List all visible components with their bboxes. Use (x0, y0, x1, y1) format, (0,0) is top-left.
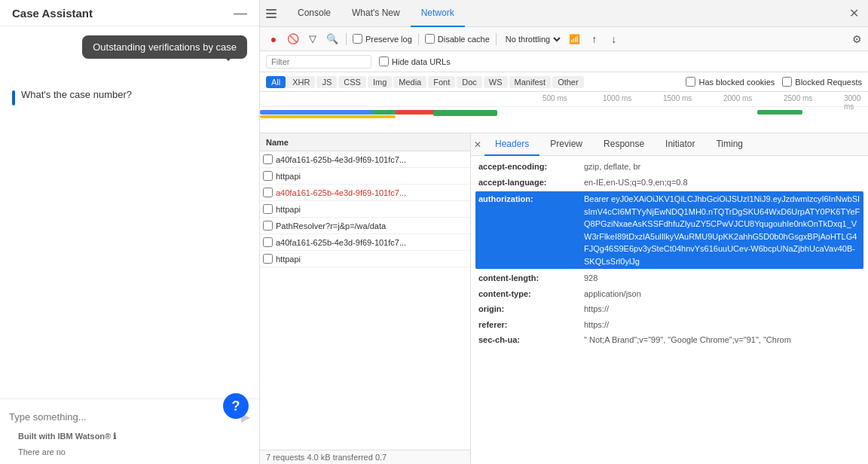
request-checkbox[interactable] (263, 154, 273, 164)
network-toolbar: ● 🚫 ▽ 🔍 Preserve log Disable cache No th… (260, 27, 868, 51)
ibm-footer: Built with IBM Watson® ℹ (9, 429, 250, 446)
tab-network[interactable]: Network (411, 0, 465, 27)
request-checkbox[interactable] (263, 254, 273, 264)
header-val: " Not;A Brand";v="99", "Google Chrome";v… (584, 334, 791, 346)
type-btn-font[interactable]: Font (428, 76, 455, 88)
header-row-referer: referer: https:// (478, 319, 860, 331)
ruler-mark-500: 500 ms (542, 94, 567, 102)
request-name: httpapi (276, 255, 467, 264)
disable-cache-checkbox[interactable] (425, 34, 435, 44)
request-checkbox[interactable] (263, 188, 273, 197)
request-checkbox[interactable] (263, 171, 273, 181)
request-checkbox[interactable] (263, 204, 273, 214)
filter-input[interactable] (266, 55, 371, 69)
request-row[interactable]: PathResolver?r=j&p=/wa/data (260, 218, 470, 234)
chat-input-row: ▶ (9, 405, 250, 429)
header-val: 928 (584, 272, 598, 285)
case-assistant-header: Case Assistant — (0, 0, 259, 26)
search-button[interactable]: 🔍 (325, 32, 340, 47)
request-row[interactable]: a40fa161-625b-4e3d-9f69-101fc7... (260, 151, 470, 168)
request-row[interactable]: httpapi (260, 251, 470, 267)
type-btn-all[interactable]: All (266, 76, 286, 88)
disable-cache-label[interactable]: Disable cache (425, 34, 490, 44)
download-icon[interactable]: ↓ (607, 32, 622, 47)
request-checkbox[interactable] (263, 221, 273, 230)
upload-icon[interactable]: ↑ (587, 32, 602, 47)
has-blocked-cookies-checkbox[interactable] (686, 77, 695, 87)
devtools-close-button[interactable]: ✕ (846, 3, 862, 23)
type-btn-other[interactable]: Other (552, 76, 584, 88)
devtools-topbar: Console What's New Network ✕ (260, 0, 868, 27)
type-btn-img[interactable]: Img (368, 76, 392, 88)
tab-timing[interactable]: Timing (705, 133, 753, 156)
requests-col-name: Name (260, 138, 470, 147)
requests-header: Name (260, 133, 470, 151)
header-row-content-length: content-length: 928 (478, 272, 860, 285)
chat-bottom: ▶ Built with IBM Watson® ℹ There are no (0, 398, 259, 464)
header-key: accept-language: (478, 176, 584, 189)
requests-body: a40fa161-625b-4e3d-9f69-101fc7... httpap… (260, 151, 470, 450)
minimize-button[interactable]: — (234, 6, 247, 20)
type-btn-js[interactable]: JS (316, 76, 337, 88)
request-row[interactable]: httpapi (260, 201, 470, 218)
header-key: origin: (478, 303, 584, 316)
type-btn-media[interactable]: Media (393, 76, 426, 88)
tab-whats-new[interactable]: What's New (341, 0, 411, 27)
headers-close-button[interactable]: ✕ (471, 139, 484, 150)
has-blocked-cookies-label[interactable]: Has blocked cookies (686, 77, 775, 87)
hide-data-urls-checkbox[interactable] (379, 56, 389, 66)
tab-initiator[interactable]: Initiator (655, 133, 705, 156)
hide-data-urls-label[interactable]: Hide data URLs (379, 56, 451, 66)
tab-headers[interactable]: Headers (484, 133, 539, 156)
header-key: referer: (478, 319, 584, 331)
header-row-sec-ch-ua: sec-ch-ua: " Not;A Brand";v="99", "Googl… (478, 334, 860, 346)
header-val: https:// (584, 303, 609, 316)
throttle-select[interactable]: No throttling Fast 3G Slow 3G Offline (503, 34, 563, 44)
gear-icon[interactable]: ⚙ (852, 33, 862, 45)
request-name: a40fa161-625b-4e3d-9f69-101fc7... (276, 238, 467, 247)
devtools-menu-icon[interactable] (266, 6, 281, 21)
chat-message-text: What's the case number? (21, 89, 132, 100)
block-button[interactable]: 🚫 (286, 32, 301, 47)
request-checkbox[interactable] (263, 237, 273, 247)
devtools-tabs: Console What's New Network (287, 0, 846, 27)
blocked-requests-checkbox[interactable] (782, 77, 792, 87)
headers-tabs: ✕ Headers Preview Response Initiator Tim… (471, 133, 868, 156)
request-row[interactable]: httpapi (260, 168, 470, 185)
help-button[interactable]: ? (223, 393, 249, 419)
wifi-icon: 📶 (567, 32, 582, 47)
header-val: en-IE,en-US;q=0.9,en;q=0.8 (584, 176, 688, 189)
chat-input[interactable] (9, 411, 237, 423)
header-row-content-type: content-type: application/json (478, 288, 860, 301)
request-name: a40fa161-625b-4e3d-9f69-101fc7... (276, 155, 467, 164)
type-btn-css[interactable]: CSS (338, 76, 366, 88)
tab-console[interactable]: Console (287, 0, 341, 27)
ruler-mark-2500: 2500 ms (784, 94, 812, 102)
header-val: gzip, deflate, br (584, 160, 640, 173)
request-row[interactable]: a40fa161-625b-4e3d-9f69-101fc7... (260, 185, 470, 201)
record-button[interactable]: ● (266, 32, 281, 47)
tab-response[interactable]: Response (593, 133, 655, 156)
tl-bar-6 (757, 110, 802, 114)
ruler-mark-1000: 1000 ms (603, 94, 631, 102)
header-key: sec-ch-ua: (478, 334, 584, 346)
ruler-mark-2000: 2000 ms (723, 94, 752, 102)
devtools-panel: Console What's New Network ✕ ● 🚫 ▽ 🔍 Pre… (260, 0, 868, 464)
chat-message-bar (12, 90, 15, 105)
request-row[interactable]: a40fa161-625b-4e3d-9f69-101fc7... (260, 234, 470, 251)
header-row-accept-language: accept-language: en-IE,en-US;q=0.9,en;q=… (478, 176, 860, 189)
type-btn-xhr[interactable]: XHR (287, 76, 315, 88)
type-btn-ws[interactable]: WS (484, 76, 508, 88)
type-btn-manifest[interactable]: Manifest (509, 76, 552, 88)
tab-preview[interactable]: Preview (539, 133, 593, 156)
preserve-log-label[interactable]: Preserve log (353, 34, 412, 44)
type-filter-bar: All XHR JS CSS Img Media Font Doc WS Man… (260, 72, 868, 92)
preserve-log-checkbox[interactable] (353, 34, 362, 44)
main-content: Name a40fa161-625b-4e3d-9f69-101fc7... h… (260, 133, 868, 464)
requests-list: Name a40fa161-625b-4e3d-9f69-101fc7... h… (260, 133, 471, 464)
filter-button[interactable]: ▽ (305, 32, 320, 47)
type-btn-doc[interactable]: Doc (457, 76, 482, 88)
blocked-requests-label[interactable]: Blocked Requests (782, 77, 862, 87)
toolbar-separator-1 (346, 33, 347, 45)
tl-bar-5 (433, 110, 497, 116)
